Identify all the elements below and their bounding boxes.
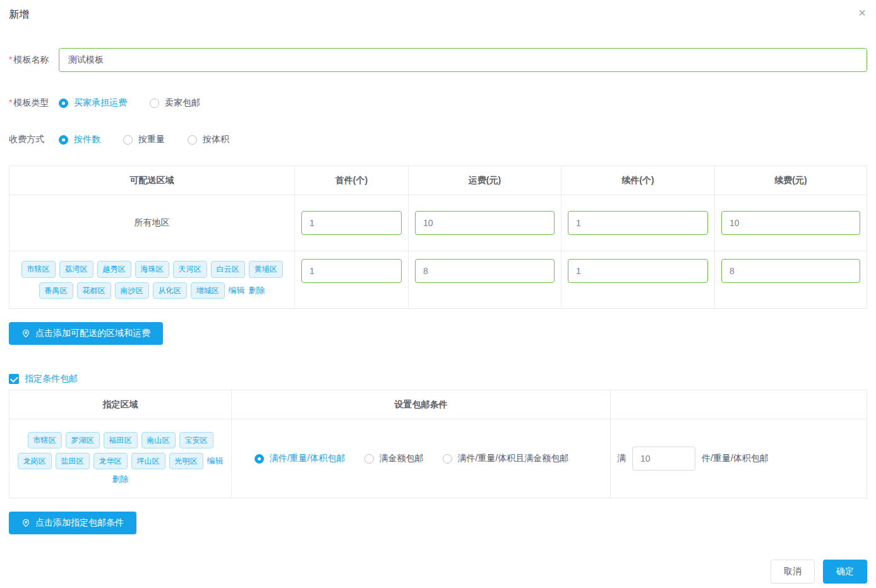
region-tag: 越秀区 — [97, 261, 131, 277]
radio-selected-icon — [255, 454, 264, 464]
template-type-label: *模板类型 — [9, 97, 59, 109]
region-tag: 南沙区 — [115, 282, 149, 299]
region-tag: 花都区 — [77, 282, 111, 299]
area-name: 所有地区 — [135, 217, 170, 229]
region-tag: 白云区 — [211, 261, 245, 277]
template-name-label: *模板名称 — [9, 54, 59, 66]
freight-fee-input[interactable] — [415, 259, 555, 283]
column-header: 续件(个) — [561, 166, 714, 195]
location-pin-icon — [21, 519, 30, 527]
radio-by-volume[interactable]: 按体积 — [188, 134, 229, 145]
region-tag: 天河区 — [173, 261, 207, 277]
charge-method-row: 收费方式 按件数 按重量 按体积 — [9, 134, 867, 145]
district-tags: 市辖区罗湖区福田区南山区宝安区龙岗区盐田区龙华区坪山区光明区编辑 删除 — [9, 432, 231, 486]
radio-by-piece[interactable]: 按件数 — [59, 134, 100, 145]
region-tag: 光明区 — [169, 453, 203, 469]
radio-unselected-icon — [123, 135, 133, 145]
threshold-input[interactable] — [632, 447, 695, 471]
freight-table-header: 可配送区域 首件(个) 运费(元) 续件(个) 续费(元) — [9, 166, 867, 195]
checkbox-checked-icon[interactable] — [9, 374, 19, 384]
region-tag: 南山区 — [141, 432, 176, 448]
region-tag: 龙岗区 — [18, 453, 52, 469]
threshold-suffix: 件/重量/体积包邮 — [702, 453, 769, 464]
region-tag: 市辖区 — [21, 261, 56, 277]
add-area-button[interactable]: 点击添加可配送的区域和运费 — [9, 322, 163, 345]
radio-selected-icon — [59, 135, 68, 145]
add-condition-button[interactable]: 点击添加指定包邮条件 — [9, 512, 136, 534]
next-piece-input[interactable] — [568, 211, 708, 235]
column-header: 续费(元) — [714, 166, 867, 195]
region-tag: 坪山区 — [131, 453, 165, 469]
radio-unselected-icon — [364, 454, 374, 464]
region-tag: 罗湖区 — [66, 432, 100, 448]
template-type-row: *模板类型 买家承担运费 卖家包邮 — [9, 97, 867, 109]
district-tags: 市辖区荔湾区越秀区海珠区天河区白云区黄埔区番禺区花都区南沙区从化区增城区编辑 删… — [9, 261, 294, 299]
first-piece-input[interactable] — [301, 211, 402, 235]
page-title: 新增 — [9, 8, 867, 21]
location-pin-icon — [21, 329, 30, 338]
radio-buyer-pays[interactable]: 买家承担运费 — [59, 97, 127, 109]
region-tag: 市辖区 — [28, 432, 62, 448]
region-tag: 龙华区 — [93, 453, 128, 469]
radio-amount[interactable]: 满金额包邮 — [364, 453, 424, 464]
required-asterisk: * — [9, 54, 12, 64]
radio-unselected-icon — [443, 454, 452, 464]
delete-link[interactable]: 删除 — [112, 474, 129, 485]
add-template-modal: 新增 × *模板名称 *模板类型 买家承担运费 卖家包邮 收费方式 按件数 — [0, 0, 876, 588]
region-tag: 增城区 — [191, 282, 225, 299]
region-tag: 番禺区 — [39, 282, 73, 299]
column-header: 可配送区域 — [9, 166, 294, 195]
region-tag: 福田区 — [104, 432, 138, 448]
confirm-button[interactable]: 确定 — [823, 560, 867, 584]
region-tag: 荔湾区 — [59, 261, 93, 277]
column-header: 运费(元) — [408, 166, 561, 195]
column-header: 指定区域 — [9, 390, 231, 419]
conditional-free-shipping-row: 指定条件包邮 — [9, 373, 867, 385]
next-piece-input[interactable] — [568, 259, 708, 283]
radio-selected-icon — [59, 99, 68, 108]
edit-link[interactable]: 编辑 — [207, 455, 224, 467]
radio-unselected-icon — [188, 135, 197, 145]
cancel-button[interactable]: 取消 — [771, 560, 815, 584]
threshold-prefix: 满 — [617, 453, 626, 464]
region-tag: 宝安区 — [179, 432, 213, 448]
condition-type-radios: 满件/重量/体积包邮 满金额包邮 满件/重量/体积且满金额包邮 — [255, 453, 588, 464]
close-icon[interactable]: × — [858, 6, 866, 19]
required-asterisk: * — [9, 97, 12, 107]
table-row-shenzhen-districts: 市辖区罗湖区福田区南山区宝安区龙岗区盐田区龙华区坪山区光明区编辑 删除 满件/重… — [9, 419, 867, 498]
modal-footer: 取消 确定 — [771, 560, 867, 584]
delete-link[interactable]: 删除 — [249, 285, 265, 296]
column-header — [610, 390, 867, 419]
region-tag: 从化区 — [153, 282, 187, 299]
next-fee-input[interactable] — [721, 211, 860, 235]
first-piece-input[interactable] — [301, 259, 402, 283]
radio-unselected-icon — [150, 99, 159, 108]
radio-seller-free-shipping[interactable]: 卖家包邮 — [150, 97, 200, 109]
template-name-row: *模板名称 — [9, 48, 867, 72]
free-shipping-condition-table: 指定区域 设置包邮条件 市辖区罗湖区福田区南山区宝安区龙岗区盐田区龙华区坪山区光… — [9, 390, 867, 498]
radio-piece-weight-volume[interactable]: 满件/重量/体积包邮 — [255, 453, 345, 464]
charge-method-label: 收费方式 — [9, 134, 59, 145]
region-tag: 盐田区 — [56, 453, 90, 469]
region-tag: 海珠区 — [135, 261, 169, 277]
conditional-free-shipping-label: 指定条件包邮 — [25, 373, 78, 385]
column-header: 设置包邮条件 — [231, 390, 610, 419]
next-fee-input[interactable] — [721, 259, 860, 283]
table-row-guangzhou-districts: 市辖区荔湾区越秀区海珠区天河区白云区黄埔区番禺区花都区南沙区从化区增城区编辑 删… — [9, 251, 867, 308]
radio-by-weight[interactable]: 按重量 — [123, 134, 165, 145]
template-name-input[interactable] — [59, 48, 867, 72]
freight-fee-input[interactable] — [415, 211, 555, 235]
edit-link[interactable]: 编辑 — [229, 285, 245, 296]
region-tag: 黄埔区 — [249, 261, 283, 277]
condition-table-header: 指定区域 设置包邮条件 — [9, 390, 867, 419]
column-header: 首件(个) — [294, 166, 408, 195]
table-row-all-regions: 所有地区 — [9, 195, 867, 251]
radio-piece-and-amount[interactable]: 满件/重量/体积且满金额包邮 — [443, 453, 569, 464]
freight-table: 可配送区域 首件(个) 运费(元) 续件(个) 续费(元) 所有地区 市辖区荔湾… — [9, 165, 867, 309]
